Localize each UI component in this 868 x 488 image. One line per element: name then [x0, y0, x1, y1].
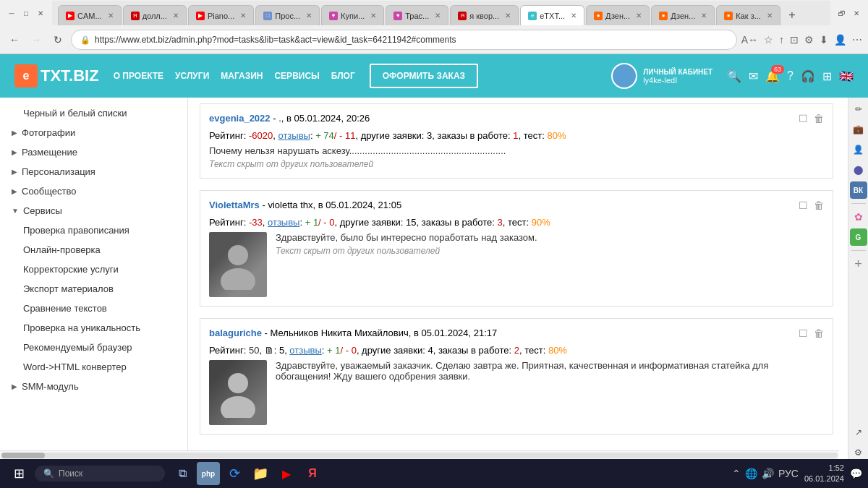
- sidebar-item-online-check[interactable]: Онлайн-проверка: [0, 240, 187, 260]
- sidebar-item-smm[interactable]: ▶ SMM-модуль: [0, 377, 187, 396]
- taskbar-app-folder[interactable]: 📁: [249, 462, 272, 485]
- tab-dollar[interactable]: Я долл... ✕: [123, 5, 187, 25]
- new-tab-btn[interactable]: +: [782, 5, 802, 25]
- comment-3-author-link[interactable]: balaguriche: [209, 328, 262, 338]
- tab-yandex[interactable]: Я я квор... ✕: [450, 5, 519, 25]
- taskbar-app-edge[interactable]: ⟳: [223, 462, 246, 485]
- refresh-btn[interactable]: ↻: [49, 31, 67, 48]
- comment-1-checkbox[interactable]: ☐: [799, 113, 808, 124]
- taskbar-app-yandex[interactable]: Я: [301, 462, 324, 485]
- horizontal-scrollbar[interactable]: [0, 450, 839, 459]
- order-button[interactable]: ОФОРМИТЬ ЗАКАЗ: [370, 64, 478, 88]
- translate-icon[interactable]: A↔: [741, 34, 758, 46]
- tray-network[interactable]: 🌐: [745, 468, 757, 479]
- sidebar-item-word-html[interactable]: Word->HTML конвертер: [0, 357, 187, 377]
- tray-lang[interactable]: РУС: [778, 468, 799, 479]
- comment-1-delete[interactable]: 🗑: [814, 113, 824, 124]
- comment-1-author-link[interactable]: evgenia_2022: [209, 113, 271, 124]
- maximize-btn[interactable]: □: [20, 7, 32, 19]
- sidebar-item-compare[interactable]: Сравнение текстов: [0, 299, 187, 318]
- tab-tras[interactable]: ♥ Трас... ✕: [386, 5, 448, 25]
- nav-services[interactable]: УСЛУГИ: [175, 68, 209, 84]
- sidebar-item-photos[interactable]: ▶ Фотографии: [0, 123, 187, 142]
- sidebar-item-personalization[interactable]: ▶ Персонализация: [0, 162, 187, 181]
- horiz-scroll-thumb[interactable]: [1, 453, 45, 458]
- headset-icon[interactable]: 🎧: [801, 69, 815, 83]
- notification-icon[interactable]: 🔔 63: [765, 69, 780, 83]
- fr-person-icon[interactable]: 👤: [850, 141, 867, 158]
- window-controls[interactable]: ─ □ ✕: [6, 7, 46, 19]
- back-btn[interactable]: ←: [6, 31, 23, 48]
- taskbar-app-php[interactable]: php: [197, 462, 220, 485]
- comment-1-actions[interactable]: ☐ 🗑: [799, 113, 824, 124]
- taskbar-clock[interactable]: 1:52 06.01.2024: [804, 463, 844, 485]
- reviews-link-1[interactable]: отзывы: [278, 130, 310, 141]
- forward-btn[interactable]: →: [27, 31, 45, 48]
- tab-dzen1[interactable]: ● Дзен... ✕: [586, 5, 650, 25]
- fr-pen-icon[interactable]: ✏: [850, 100, 867, 118]
- download-icon[interactable]: ⬇: [820, 34, 828, 46]
- tab-close-tras[interactable]: ✕: [435, 12, 441, 20]
- fr-g-icon[interactable]: G: [850, 228, 867, 246]
- search-header-icon[interactable]: 🔍: [727, 69, 741, 83]
- tab-close-piano[interactable]: ✕: [240, 12, 246, 20]
- comment-2-actions[interactable]: ☐ 🗑: [799, 200, 824, 211]
- tab-close-dollar[interactable]: ✕: [173, 12, 179, 20]
- reviews-link-2[interactable]: отзывы: [268, 217, 299, 228]
- comment-2-checkbox[interactable]: ☐: [799, 200, 808, 211]
- minimize-btn[interactable]: ─: [6, 7, 17, 19]
- tab-close-kupi[interactable]: ✕: [370, 12, 376, 20]
- fr-plus-icon[interactable]: +: [850, 255, 867, 273]
- sidebar-item-spellcheck[interactable]: Проверка правописания: [0, 221, 187, 240]
- comment-3-actions[interactable]: ☐ 🗑: [799, 328, 824, 339]
- more-icon[interactable]: ⋯: [852, 34, 862, 46]
- sidebar-item-uniqueness[interactable]: Проверка на уникальность: [0, 318, 187, 338]
- tab-close-cam[interactable]: ✕: [108, 12, 114, 20]
- start-button[interactable]: ⊞: [6, 461, 32, 487]
- nav-servs[interactable]: СЕРВИСЫ: [274, 68, 319, 84]
- taskbar-app-task-view[interactable]: ⧉: [171, 462, 194, 485]
- mail-icon[interactable]: ✉: [749, 69, 758, 83]
- tray-up-arrow[interactable]: ⌃: [732, 468, 741, 479]
- tab-close-etxt[interactable]: ✕: [571, 12, 576, 20]
- comment-2-delete[interactable]: 🗑: [814, 200, 824, 211]
- fr-flower-icon[interactable]: ✿: [850, 208, 867, 226]
- tray-notification[interactable]: 💬: [850, 468, 862, 479]
- tab-kak[interactable]: ● Как з... ✕: [716, 5, 780, 25]
- taskbar-app-youtube[interactable]: ▶: [275, 462, 298, 485]
- restore-btn[interactable]: 🗗: [836, 7, 848, 19]
- help-icon[interactable]: ?: [787, 69, 793, 82]
- fr-briefcase-icon[interactable]: 💼: [850, 121, 867, 138]
- tab-close-yandex[interactable]: ✕: [505, 12, 511, 20]
- sidebar-item-community[interactable]: ▶ Сообщество: [0, 181, 187, 201]
- profile-icon[interactable]: 👤: [834, 34, 846, 46]
- tab-close-kak[interactable]: ✕: [767, 12, 773, 20]
- tab-close-dzen2[interactable]: ✕: [701, 12, 707, 20]
- tab-etxt[interactable]: e eTXT... ✕: [520, 5, 584, 25]
- star-icon[interactable]: ☆: [764, 34, 773, 46]
- tab-cam[interactable]: ▶ CAM... ✕: [58, 5, 122, 25]
- tab-close-dzen1[interactable]: ✕: [636, 12, 642, 20]
- sidebar-item-browser[interactable]: Рекомендуемый браузер: [0, 338, 187, 357]
- url-bar[interactable]: 🔒 https://www.etxt.biz/admin.php?mod=tas…: [71, 30, 737, 50]
- user-avatar[interactable]: [611, 63, 637, 89]
- collections-icon[interactable]: ⊡: [790, 34, 799, 46]
- comment-2-author-link[interactable]: ViolettaMrs: [209, 200, 260, 210]
- taskbar-search[interactable]: 🔍 Поиск: [35, 466, 165, 481]
- nav-shop[interactable]: МАГАЗИН: [221, 68, 263, 84]
- share-icon[interactable]: ↑: [779, 34, 784, 46]
- tab-close-pros[interactable]: ✕: [306, 12, 312, 20]
- sidebar-item-blacklist[interactable]: Черный и белый списки: [0, 103, 187, 123]
- tab-dzen2[interactable]: ● Дзен... ✕: [651, 5, 715, 25]
- sidebar-item-correction[interactable]: Корректорские услуги: [0, 260, 187, 279]
- grid-icon[interactable]: ⊞: [822, 69, 832, 83]
- sidebar-item-services[interactable]: ▼ Сервисы: [0, 201, 187, 221]
- comment-3-delete[interactable]: 🗑: [814, 328, 824, 339]
- fr-export-icon[interactable]: ↗: [850, 424, 867, 441]
- tab-piano[interactable]: ▶ Piano... ✕: [188, 5, 254, 25]
- fr-circle-icon[interactable]: ⬤: [850, 161, 867, 179]
- tab-kupi[interactable]: ♥ Купи... ✕: [321, 5, 384, 25]
- comment-3-checkbox[interactable]: ☐: [799, 328, 808, 339]
- extensions-icon[interactable]: ⚙: [804, 34, 814, 46]
- sidebar-item-placement[interactable]: ▶ Размещение: [0, 142, 187, 162]
